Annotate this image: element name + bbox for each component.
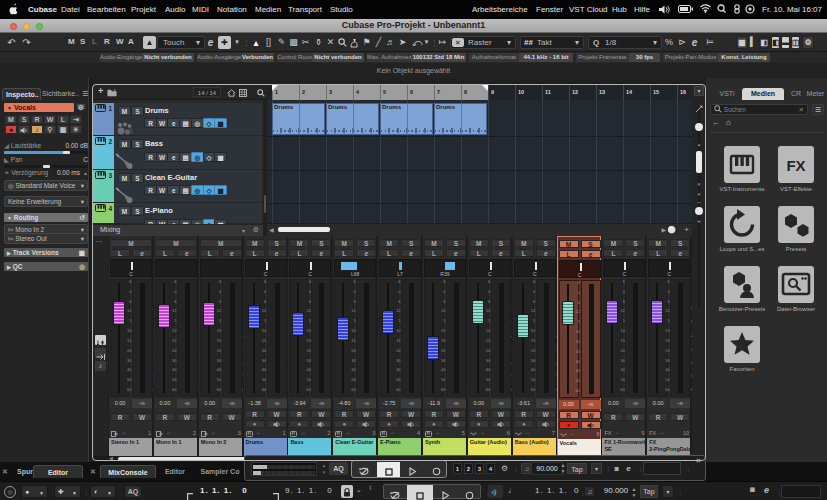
svg-text:FX: FX (786, 157, 805, 174)
